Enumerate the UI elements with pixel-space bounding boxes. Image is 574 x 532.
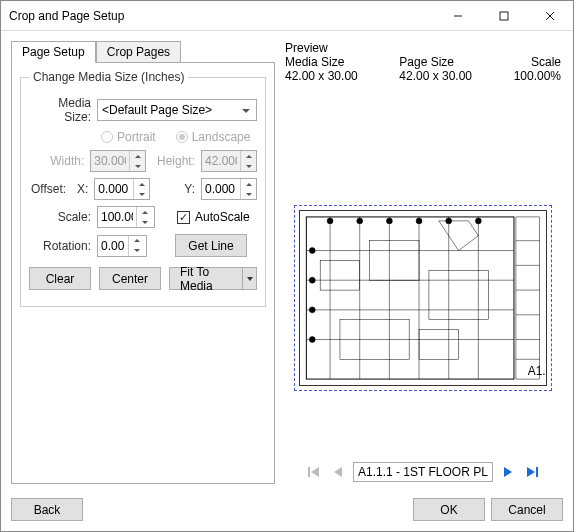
svg-marker-40	[334, 467, 342, 477]
next-page-icon[interactable]	[499, 463, 517, 481]
svg-rect-38	[308, 467, 310, 477]
offset-label: Offset:	[29, 182, 66, 196]
svg-point-24	[416, 218, 422, 224]
svg-marker-39	[311, 467, 319, 477]
svg-point-28	[309, 277, 315, 283]
window-title: Crop and Page Setup	[9, 9, 435, 23]
preview-page-size-label: Page Size	[399, 55, 472, 69]
preview-scale-label: Scale	[514, 55, 561, 69]
titlebar: Crop and Page Setup	[1, 1, 573, 31]
svg-point-27	[309, 248, 315, 254]
autoscale-checkbox[interactable]: AutoScale	[177, 210, 250, 224]
center-button[interactable]: Center	[99, 267, 161, 290]
width-label: Width:	[29, 154, 84, 168]
scale-input[interactable]	[97, 206, 155, 228]
media-size-fieldset: Change Media Size (Inches) Media Size: <…	[20, 77, 266, 307]
page-nav: A1.1.1 - 1ST FLOOR PL	[283, 454, 563, 484]
right-pane: Preview Media Size 42.00 x 30.00 Page Si…	[283, 41, 563, 484]
back-button[interactable]: Back	[11, 498, 83, 521]
page-name-field[interactable]: A1.1.1 - 1ST FLOOR PL	[353, 462, 493, 482]
tab-panel: Change Media Size (Inches) Media Size: <…	[11, 62, 275, 484]
width-input	[90, 150, 146, 172]
svg-point-26	[475, 218, 481, 224]
offset-x-input[interactable]	[94, 178, 150, 200]
svg-marker-41	[504, 467, 512, 477]
landscape-radio: Landscape	[176, 130, 251, 144]
left-pane: Page Setup Crop Pages Change Media Size …	[11, 41, 275, 484]
media-size-combo[interactable]: <Default Page Size>	[97, 99, 257, 121]
height-label: Height:	[152, 154, 195, 168]
svg-point-25	[446, 218, 452, 224]
scale-label: Scale:	[29, 210, 91, 224]
cancel-button[interactable]: Cancel	[491, 498, 563, 521]
svg-marker-42	[527, 467, 535, 477]
x-label: X:	[72, 182, 88, 196]
rotation-label: Rotation:	[29, 239, 91, 253]
fieldset-legend: Change Media Size (Inches)	[29, 70, 188, 84]
svg-rect-16	[320, 260, 360, 290]
rotation-input[interactable]	[97, 235, 147, 257]
svg-rect-17	[370, 241, 419, 281]
svg-point-22	[357, 218, 363, 224]
preview-title: Preview	[285, 41, 358, 55]
preview-media-size-label: Media Size	[285, 55, 358, 69]
titlebar-buttons	[435, 1, 573, 31]
fit-to-media-button[interactable]: Fit To Media	[169, 267, 257, 290]
dialog-window: Crop and Page Setup Page Setup Crop Page…	[0, 0, 574, 532]
svg-point-21	[327, 218, 333, 224]
media-size-label: Media Size:	[29, 96, 91, 124]
svg-rect-20	[419, 330, 459, 360]
svg-rect-5	[516, 217, 540, 379]
maximize-button[interactable]	[481, 1, 527, 31]
svg-rect-18	[429, 270, 488, 319]
ok-button[interactable]: OK	[413, 498, 485, 521]
tab-page-setup[interactable]: Page Setup	[11, 41, 96, 63]
footer: Back OK Cancel	[1, 490, 573, 531]
svg-rect-1	[500, 12, 508, 20]
svg-point-29	[309, 307, 315, 313]
portrait-radio: Portrait	[101, 130, 156, 144]
svg-text:A1.1: A1.1	[528, 364, 546, 378]
svg-point-30	[309, 337, 315, 343]
svg-rect-43	[536, 467, 538, 477]
offset-y-input[interactable]	[201, 178, 257, 200]
svg-rect-4	[306, 217, 514, 379]
minimize-button[interactable]	[435, 1, 481, 31]
preview-scale-value: 100.00%	[514, 69, 561, 83]
preview-header: Preview Media Size 42.00 x 30.00 Page Si…	[283, 41, 563, 85]
y-label: Y:	[156, 182, 195, 196]
content-area: Page Setup Crop Pages Change Media Size …	[1, 31, 573, 490]
tab-crop-pages[interactable]: Crop Pages	[96, 41, 181, 63]
height-input	[201, 150, 257, 172]
clear-button[interactable]: Clear	[29, 267, 91, 290]
last-page-icon[interactable]	[523, 463, 541, 481]
media-size-value: <Default Page Size>	[102, 103, 212, 117]
prev-page-icon[interactable]	[329, 463, 347, 481]
preview-page: A1.1	[299, 210, 547, 386]
preview-selection[interactable]: A1.1	[294, 205, 552, 391]
chevron-down-icon[interactable]	[242, 268, 256, 289]
get-line-button[interactable]: Get Line	[175, 234, 247, 257]
first-page-icon[interactable]	[305, 463, 323, 481]
preview-page-size-value: 42.00 x 30.00	[399, 69, 472, 83]
preview-media-size-value: 42.00 x 30.00	[285, 69, 358, 83]
svg-point-23	[386, 218, 392, 224]
close-button[interactable]	[527, 1, 573, 31]
tabs: Page Setup Crop Pages	[11, 41, 275, 63]
